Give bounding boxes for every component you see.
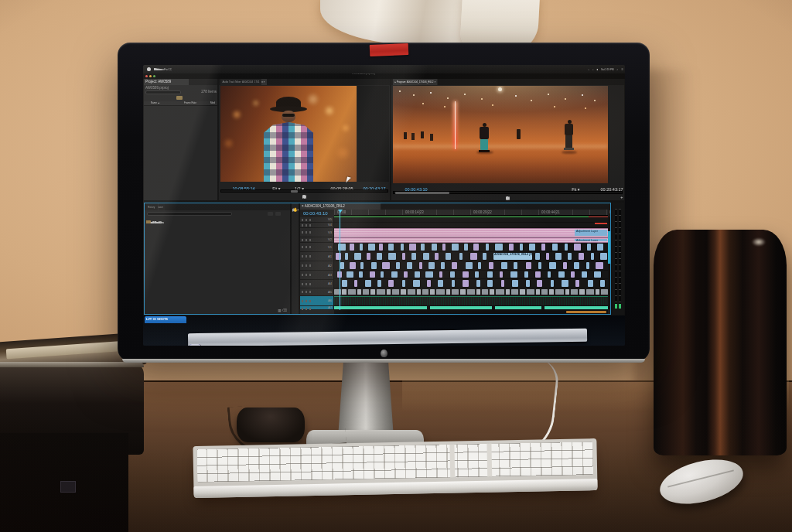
adjustment-layer-track-1[interactable]: Adjustment Layer [334, 228, 608, 237]
timeline-clip[interactable] [411, 253, 416, 260]
timeline-clip[interactable] [527, 289, 534, 295]
timeline-clip[interactable] [382, 262, 390, 269]
timeline-clip[interactable] [463, 280, 469, 287]
timeline-clip[interactable] [475, 271, 479, 278]
timeline-clip[interactable] [514, 262, 517, 269]
timeline-clip[interactable] [419, 262, 422, 269]
timeline-clip[interactable] [486, 244, 489, 251]
timeline-clip[interactable] [467, 289, 475, 295]
timeline-clip[interactable] [501, 262, 507, 269]
timeline-clip[interactable] [546, 253, 549, 260]
tool-button[interactable]: ⌕ [292, 208, 295, 213]
status-icon[interactable]: ▮ [596, 65, 598, 73]
audio-track-waveform[interactable] [334, 296, 608, 306]
timeline-clip[interactable] [487, 271, 493, 278]
minimize-window-button[interactable] [149, 75, 152, 77]
timeline-clip[interactable] [354, 253, 361, 260]
timeline-clip[interactable] [535, 253, 540, 260]
timeline-clip[interactable]: A004C004_170106_R6L2 [V] [493, 253, 532, 260]
track-header[interactable]: A1 [300, 252, 333, 261]
status-icon[interactable]: ♪ [592, 65, 594, 73]
timeline-clip[interactable] [463, 271, 469, 278]
program-video-viewer[interactable] [393, 86, 608, 183]
timeline-clip[interactable] [529, 244, 535, 251]
timeline-clip[interactable] [601, 289, 608, 295]
timeline-clip[interactable] [582, 271, 587, 278]
track-v4-empty[interactable] [334, 223, 608, 228]
timeline-clip[interactable] [565, 289, 569, 295]
column-frame-rate[interactable]: Frame Rate [184, 102, 196, 104]
timeline-clip[interactable] [436, 289, 445, 295]
timeline-clip[interactable] [425, 271, 433, 278]
timeline-clip[interactable] [510, 271, 517, 278]
timeline-clip[interactable] [413, 280, 420, 287]
timeline-clip[interactable] [350, 244, 354, 251]
timeline-clip[interactable] [452, 289, 459, 295]
timeline-clip[interactable] [402, 280, 405, 287]
timeline-clip[interactable] [415, 271, 420, 278]
timeline-clip[interactable] [387, 289, 391, 295]
vertical-scrollbar[interactable] [608, 217, 610, 309]
timeline-clip[interactable] [442, 244, 446, 251]
monitor-tab[interactable]: Audio Track Mixer: A004C004_1701 [220, 79, 261, 85]
timeline-clip[interactable] [594, 271, 601, 278]
timeline-clip[interactable] [340, 262, 344, 269]
source-video-viewer[interactable] [220, 86, 357, 182]
timeline-clip[interactable] [473, 244, 479, 251]
timeline-clip[interactable] [452, 262, 457, 269]
timeline-clip[interactable] [526, 280, 530, 287]
timeline-clip[interactable] [360, 262, 364, 269]
timeline-clip[interactable] [370, 271, 375, 278]
timeline-clip[interactable] [423, 253, 429, 260]
timeline-clip[interactable] [368, 244, 375, 251]
timeline-clip[interactable] [520, 289, 525, 295]
timeline-clip[interactable] [360, 244, 363, 251]
timeline-clip[interactable] [446, 253, 451, 260]
timeline-clip[interactable] [438, 280, 443, 287]
timeline-clip[interactable] [342, 280, 347, 287]
timeline-clip[interactable] [392, 289, 399, 295]
track-header[interactable]: V2 [300, 237, 333, 243]
timeline-clip[interactable] [496, 289, 504, 295]
transport-button[interactable]: ▣ [506, 196, 510, 200]
timeline-clip[interactable] [377, 253, 382, 260]
timeline-clip[interactable] [575, 280, 579, 287]
timeline-clip[interactable] [402, 253, 405, 260]
timeline-clip[interactable] [428, 262, 435, 269]
timeline-clip[interactable] [365, 280, 371, 287]
timeline-clip[interactable] [587, 244, 591, 251]
desktop-corner-window[interactable]: LVT 31 SHOTS [145, 316, 186, 323]
timeline-clip[interactable] [495, 244, 503, 251]
timeline-clip[interactable] [370, 289, 375, 295]
status-icon[interactable]: ⌁ [588, 65, 589, 73]
timeline-clip[interactable] [367, 253, 370, 260]
timeline-clip[interactable] [409, 244, 416, 251]
timeline-clip[interactable] [346, 271, 353, 278]
timeline-clip[interactable] [591, 253, 594, 260]
timeline-clip[interactable] [476, 280, 480, 287]
timeline-clip[interactable] [452, 280, 455, 287]
timeline-clip[interactable] [536, 289, 540, 295]
effects-folder-row[interactable]: ▸ Custom Bin 03 [146, 219, 162, 226]
timeline-clip[interactable] [441, 262, 445, 269]
track-header[interactable]: A5 [300, 288, 333, 296]
timeline-clip[interactable] [408, 289, 415, 295]
horizontal-scrollbar[interactable] [334, 310, 608, 314]
timeline-clip[interactable] [549, 262, 556, 269]
playhead[interactable] [340, 210, 340, 310]
audio-clip[interactable] [334, 306, 427, 309]
timeline-ruler[interactable]: 00:0000:00:14:2300:00:29:2200:00:44:2100… [334, 210, 608, 216]
timeline-clip[interactable] [600, 280, 605, 287]
timeline-clip[interactable] [506, 289, 510, 295]
timeline-clip[interactable] [501, 280, 504, 287]
timeline-clip[interactable] [460, 289, 466, 295]
vertical-scrollbar-thumb[interactable] [608, 231, 610, 264]
timeline-clip[interactable] [596, 289, 599, 295]
timeline-clip[interactable] [407, 262, 412, 269]
timeline-clip[interactable] [482, 289, 488, 295]
source-scrubber-thumb[interactable] [291, 190, 298, 193]
timeline-clip[interactable] [548, 271, 551, 278]
bin-path-icon[interactable] [176, 96, 183, 100]
track-header[interactable]: V5 [300, 217, 333, 223]
add-panel-button[interactable]: + [620, 195, 623, 200]
